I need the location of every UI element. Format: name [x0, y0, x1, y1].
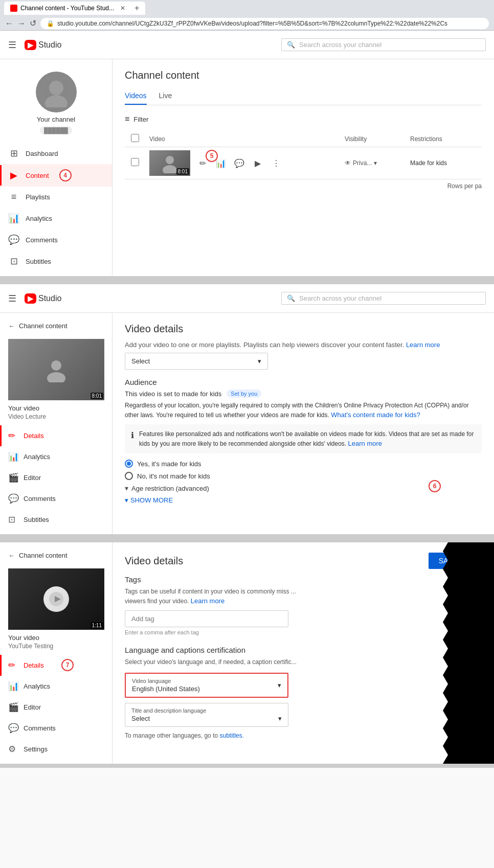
learn-more-link-2[interactable]: Learn more: [406, 341, 440, 349]
sidebar-item-subtitles[interactable]: ⊡ Subtitles: [0, 250, 112, 272]
sidebar-item-wrapper-subtitles: ⊡ Subtitles: [0, 250, 112, 272]
tab-close-icon[interactable]: ✕: [120, 5, 125, 12]
filter-icon: ≡: [125, 115, 129, 124]
svg-point-1: [45, 95, 68, 107]
restrictions-cell: Made for kids: [410, 159, 482, 167]
left-nav-subtitles-2[interactable]: ⊡ Subtitles: [0, 509, 112, 530]
info-text: Features like personalized ads and notif…: [139, 429, 476, 449]
visibility-value: Priva...: [353, 159, 372, 167]
coppa-link[interactable]: What's content made for kids?: [331, 411, 420, 419]
editor-nav-icon-3: 🎬: [8, 702, 18, 713]
address-input[interactable]: 🔒 studio.youtube.com/channel/UCtgZ2kU3Zf…: [40, 18, 489, 29]
title-desc-lang-label: Title and description language: [131, 707, 282, 714]
browser-tab[interactable]: Channel content - YouTube Stud... ✕ +: [4, 2, 145, 15]
row-checkbox[interactable]: [131, 158, 139, 166]
comments-action-icon[interactable]: 💬: [231, 155, 248, 171]
video-lang-label: Video language: [132, 678, 200, 684]
back-nav-2[interactable]: ← Channel content: [0, 317, 112, 335]
title-desc-inner: Select ▾: [131, 715, 282, 722]
age-restriction-label: Age restriction (advanced): [131, 485, 209, 492]
left-panel-3: ← Channel content 1:11 Your video YouTub…: [0, 542, 113, 764]
svg-point-5: [47, 372, 65, 382]
made-for-kids-row: This video is set to made for kids Set b…: [125, 390, 482, 398]
left-nav-analytics-3[interactable]: 📊 Analytics: [0, 676, 112, 697]
playlists-icon: ≡: [8, 192, 19, 202]
radio-no-label: No, it's not made for kids: [137, 472, 210, 480]
left-nav-details-2[interactable]: ✏ Details: [0, 425, 112, 446]
hamburger-menu-2[interactable]: ☰: [8, 293, 16, 304]
left-nav-comments-2[interactable]: 💬 Comments: [0, 488, 112, 509]
title-desc-lang-dropdown[interactable]: Title and description language Select ▾: [125, 703, 288, 727]
radio-yes[interactable]: Yes, it's made for kids: [125, 460, 482, 468]
back-nav-label-2: Channel content: [19, 322, 68, 330]
hamburger-menu-1[interactable]: ☰: [8, 39, 16, 51]
youtube-action-icon[interactable]: ▶: [250, 155, 266, 171]
section-3: ← Channel content 1:11 Your video YouTub…: [0, 542, 494, 768]
tags-learn-more[interactable]: Learn more: [191, 597, 224, 605]
sidebar-item-wrapper-comments: 💬 Comments: [0, 229, 112, 250]
audience-title-2: Audience: [125, 378, 482, 386]
page-title-1: Channel content: [125, 70, 482, 81]
age-restriction-row[interactable]: ▾ Age restriction (advanced) 6: [125, 484, 482, 492]
coppa-text: Regardless of your location, you're lega…: [125, 401, 482, 420]
yt-logo-1: ▶ Studio: [25, 40, 61, 50]
left-nav-comments-3[interactable]: 💬 Comments: [0, 718, 112, 739]
tab-live[interactable]: Live: [159, 87, 172, 105]
new-tab-icon[interactable]: +: [134, 4, 139, 13]
select-all-checkbox[interactable]: [131, 134, 139, 142]
visibility-cell: 👁 Priva... ▾: [345, 159, 406, 167]
analytics-nav-label-2: Analytics: [24, 453, 50, 461]
sidebar-label-comments: Comments: [26, 236, 58, 244]
sidebar-item-wrapper-content: ▶ Content 4: [0, 164, 112, 187]
forward-icon[interactable]: →: [17, 19, 26, 28]
main-content-1: Channel content Videos Live ≡ Filter Vid…: [113, 59, 494, 276]
section-2: ☰ ▶ Studio 🔍 Search across your channel …: [0, 284, 494, 538]
back-icon[interactable]: ←: [5, 19, 13, 28]
details-nav-label-2: Details: [24, 432, 44, 440]
video-title-label-2: Video Lecture: [0, 412, 112, 421]
sidebar-item-playlists[interactable]: ≡ Playlists: [0, 187, 112, 208]
show-more-link[interactable]: ▾ SHOW MORE: [125, 496, 482, 504]
back-arrow-icon-2: ←: [8, 322, 15, 330]
tab-videos[interactable]: Videos: [125, 87, 147, 105]
annotation-6: 6: [429, 480, 441, 492]
left-nav-analytics-2[interactable]: 📊 Analytics: [0, 446, 112, 467]
left-nav-editor-2[interactable]: 🎬 Editor: [0, 467, 112, 488]
video-title-label-3: YouTube Testing: [0, 642, 112, 651]
lang-title: Language and captions certification: [125, 646, 482, 654]
search-bar-1[interactable]: 🔍 Search across your channel: [281, 38, 486, 51]
radio-no[interactable]: No, it's not made for kids: [125, 472, 482, 480]
search-bar-2[interactable]: 🔍 Search across your channel: [281, 292, 486, 305]
sidebar-item-comments[interactable]: 💬 Comments: [0, 229, 112, 250]
details-nav-icon-3: ✏: [8, 660, 18, 671]
settings-nav-label-3: Settings: [24, 745, 48, 753]
info-learn-more[interactable]: Learn more: [348, 440, 382, 447]
svg-point-2: [166, 156, 174, 164]
subtitles-link[interactable]: subtitles.: [219, 732, 243, 739]
select-dropdown-2[interactable]: Select ▾: [125, 353, 268, 370]
left-nav-settings-3[interactable]: ⚙ Settings: [0, 739, 112, 760]
main-layout-1: Your channel ██████ ⊞ Dashboard ▶ Conten…: [0, 59, 494, 276]
show-more-label: SHOW MORE: [130, 496, 173, 504]
back-nav-3[interactable]: ← Channel content: [0, 546, 112, 564]
more-action-icon[interactable]: ⋮: [268, 155, 284, 171]
title-desc-lang-wrapper: Title and description language Select ▾: [125, 703, 482, 727]
tab-title: Channel content - YouTube Stud...: [20, 5, 114, 12]
sidebar-item-content[interactable]: ▶ Content 4: [0, 164, 112, 187]
show-more-icon: ▾: [125, 496, 128, 504]
age-chevron-icon: ▾: [125, 484, 128, 492]
video-thumbnail: 8:01: [149, 150, 190, 176]
comments-icon: 💬: [8, 234, 19, 245]
active-bar: [0, 165, 2, 186]
video-preview-thumb-3: 1:11: [8, 568, 104, 630]
manage-text: To manage other languages, go to subtitl…: [125, 732, 482, 739]
left-nav-editor-3[interactable]: 🎬 Editor: [0, 697, 112, 718]
video-lang-dropdown[interactable]: Video language English (United States) ▾: [125, 673, 288, 698]
video-lang-content: Video language English (United States): [132, 678, 200, 693]
sidebar-item-analytics[interactable]: 📊 Analytics: [0, 208, 112, 229]
add-tag-input[interactable]: [125, 610, 288, 627]
tags-section: Tags Tags can be useful if content in yo…: [125, 575, 482, 635]
sidebar-item-dashboard[interactable]: ⊞ Dashboard: [0, 143, 112, 164]
refresh-icon[interactable]: ↺: [30, 18, 36, 28]
left-nav-details-3[interactable]: ✏ Details 7: [0, 655, 112, 676]
